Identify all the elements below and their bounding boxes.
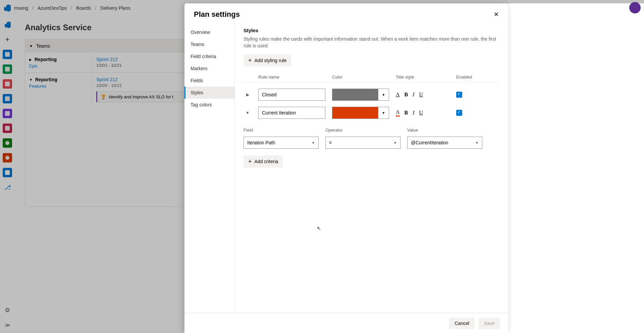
field-value: Iteration Path bbox=[247, 140, 275, 145]
nav-field-criteria[interactable]: Field criteria bbox=[184, 50, 234, 62]
nav-tag-colors[interactable]: Tag colors bbox=[184, 99, 234, 111]
nav-overview[interactable]: Overview bbox=[184, 26, 234, 38]
th-field: Field bbox=[244, 128, 319, 133]
close-icon[interactable]: ✕ bbox=[494, 11, 499, 18]
rule-name-input[interactable] bbox=[258, 89, 325, 101]
section-description: Styling rules make the cards with import… bbox=[244, 36, 498, 49]
color-picker[interactable]: ▼ bbox=[332, 107, 389, 119]
bold-button[interactable]: B bbox=[405, 92, 408, 98]
nav-fields[interactable]: Fields bbox=[184, 75, 234, 87]
panel-content: Styles Styling rules make the cards with… bbox=[235, 22, 508, 313]
add-criteria-label: Add criteria bbox=[255, 159, 278, 164]
italic-button[interactable]: I bbox=[413, 92, 414, 98]
title-style-group: A B I U bbox=[396, 109, 449, 116]
plus-icon: + bbox=[248, 57, 252, 63]
nav-styles[interactable]: Styles bbox=[184, 87, 234, 99]
rule-row: ▶ ▼ A B I U bbox=[244, 89, 499, 101]
panel-body: Overview Teams Field criteria Markers Fi… bbox=[184, 22, 508, 313]
panel-title: Plan settings bbox=[194, 10, 240, 19]
chevron-right-icon[interactable]: ▶ bbox=[244, 92, 252, 97]
chevron-down-icon: ▼ bbox=[393, 141, 397, 145]
plan-settings-panel: Plan settings ✕ Overview Teams Field cri… bbox=[184, 3, 508, 333]
italic-button[interactable]: I bbox=[413, 110, 414, 116]
th-color: Color bbox=[332, 75, 389, 80]
th-title-style: Title style bbox=[396, 75, 449, 80]
save-button[interactable]: Save bbox=[479, 318, 500, 329]
underline-button[interactable]: U bbox=[419, 110, 423, 116]
color-swatch bbox=[332, 89, 378, 100]
criteria-header: Field Operator Value bbox=[244, 128, 499, 133]
font-color-button[interactable]: A bbox=[396, 92, 400, 98]
right-blank-strip bbox=[508, 3, 644, 333]
chevron-down-icon[interactable]: ▼ bbox=[378, 89, 389, 100]
operator-value: = bbox=[329, 140, 332, 145]
chevron-down-icon[interactable]: ▼ bbox=[378, 107, 389, 118]
add-rule-label: Add styling rule bbox=[255, 58, 287, 63]
chevron-down-icon[interactable]: ▼ bbox=[244, 110, 252, 115]
operator-select[interactable]: = ▼ bbox=[325, 137, 400, 149]
cancel-button[interactable]: Cancel bbox=[449, 318, 475, 329]
chevron-down-icon: ▼ bbox=[312, 141, 315, 145]
title-style-group: A B I U bbox=[396, 92, 449, 98]
add-styling-rule-button[interactable]: + Add styling rule bbox=[244, 54, 291, 66]
underline-button[interactable]: U bbox=[419, 92, 423, 98]
enabled-checkbox[interactable] bbox=[456, 92, 462, 98]
color-picker[interactable]: ▼ bbox=[332, 89, 389, 101]
chevron-down-icon: ▼ bbox=[475, 141, 479, 145]
value-value: @CurrentIteration bbox=[411, 140, 448, 145]
plus-icon: + bbox=[248, 158, 252, 164]
nav-markers[interactable]: Markers bbox=[184, 62, 234, 75]
enabled-checkbox[interactable] bbox=[456, 110, 462, 116]
rules-table-header: Rule name Color Title style Enabled bbox=[244, 75, 499, 83]
section-title: Styles bbox=[244, 28, 499, 33]
th-operator: Operator bbox=[325, 128, 400, 133]
font-color-button[interactable]: A bbox=[396, 109, 400, 116]
th-rule-name: Rule name bbox=[258, 75, 325, 80]
field-select[interactable]: Iteration Path ▼ bbox=[244, 137, 319, 149]
bold-button[interactable]: B bbox=[405, 110, 408, 116]
panel-nav: Overview Teams Field criteria Markers Fi… bbox=[184, 22, 235, 313]
criteria-row: Iteration Path ▼ = ▼ @CurrentIteration ▼ bbox=[244, 137, 499, 149]
value-select[interactable]: @CurrentIteration ▼ bbox=[407, 137, 482, 149]
panel-header: Plan settings ✕ bbox=[184, 3, 508, 22]
rule-row: ▼ ▼ A B I U bbox=[244, 107, 499, 119]
nav-teams[interactable]: Teams bbox=[184, 38, 234, 50]
color-swatch bbox=[332, 107, 378, 118]
th-enabled: Enabled bbox=[456, 75, 483, 80]
rule-name-input[interactable] bbox=[258, 107, 325, 119]
add-criteria-button[interactable]: + Add criteria bbox=[244, 155, 283, 168]
th-value: Value bbox=[407, 128, 482, 133]
avatar[interactable] bbox=[629, 2, 641, 13]
panel-footer: Cancel Save bbox=[184, 313, 508, 333]
